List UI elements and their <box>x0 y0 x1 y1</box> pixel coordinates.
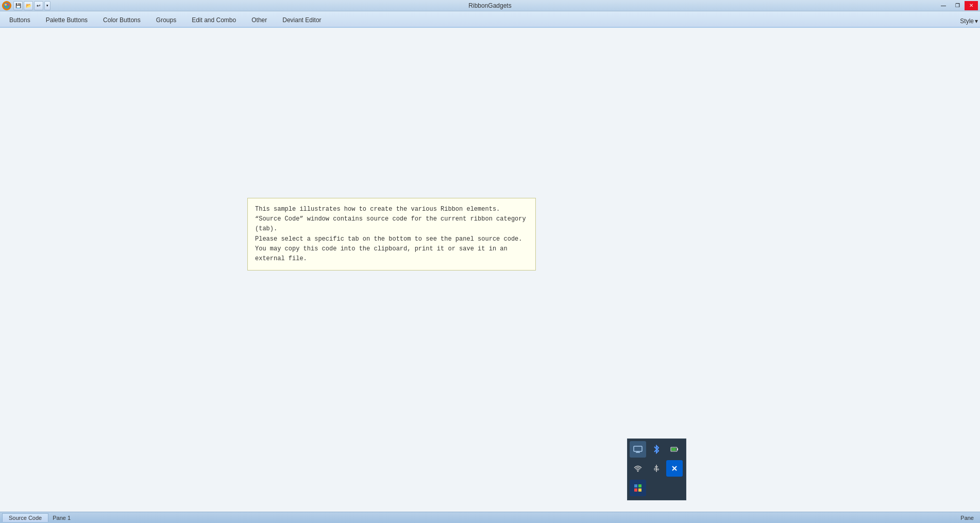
window-title: RibbonGadgets <box>468 2 511 9</box>
svg-rect-4 <box>634 446 642 451</box>
usb-icon[interactable] <box>648 460 665 477</box>
svg-point-3 <box>6 6 8 8</box>
svg-point-14 <box>657 469 658 470</box>
wifi-icon[interactable] <box>630 460 646 477</box>
svg-rect-20 <box>634 488 637 492</box>
battery-icon[interactable] <box>666 441 683 458</box>
tab-color-buttons[interactable]: Color Buttons <box>96 14 148 27</box>
system-tray <box>627 438 686 500</box>
qa-dropdown-icon[interactable]: ▾ <box>44 1 50 10</box>
tab-palette-buttons[interactable]: Palette Buttons <box>39 14 95 27</box>
svg-rect-21 <box>638 488 641 492</box>
pane-label: Pane 1 <box>53 515 71 521</box>
tab-edit-and-combo[interactable]: Edit and Combo <box>184 14 243 27</box>
svg-rect-18 <box>634 484 637 487</box>
tab-other[interactable]: Other <box>244 14 274 27</box>
start-icon[interactable] <box>630 480 646 496</box>
quick-access-toolbar: 💾 📂 ↩ ▾ <box>13 1 50 10</box>
main-content: This sample illustrates how to create th… <box>0 28 980 512</box>
svg-point-1 <box>5 4 7 6</box>
svg-rect-8 <box>677 448 678 450</box>
tab-deviant-editor[interactable]: Deviant Editor <box>275 14 328 27</box>
status-bar: Source Code Pane 1 Pane <box>0 512 980 523</box>
svg-rect-9 <box>671 448 676 451</box>
svg-rect-19 <box>638 484 641 487</box>
info-line-1: This sample illustrates how to create th… <box>255 205 528 214</box>
info-line-2: “Source Code” window contains source cod… <box>255 214 528 234</box>
app-icon <box>2 1 11 10</box>
svg-point-10 <box>637 470 639 472</box>
title-bar-left: 💾 📂 ↩ ▾ <box>2 1 50 10</box>
info-box: This sample illustrates how to create th… <box>247 198 536 271</box>
info-line-4: You may copy this code into the clipboar… <box>255 244 528 264</box>
svg-point-2 <box>7 4 9 6</box>
tab-groups[interactable]: Groups <box>149 14 183 27</box>
undo-qa-icon[interactable]: ↩ <box>34 1 43 10</box>
monitor-icon[interactable] <box>630 441 646 458</box>
info-line-3: Please select a specific tab on the bott… <box>255 234 528 244</box>
style-label: Style <box>960 18 974 25</box>
open-qa-icon[interactable]: 📂 <box>24 1 33 10</box>
style-button[interactable]: Style ▾ <box>960 18 978 25</box>
restore-button[interactable]: ❐ <box>951 1 964 10</box>
status-right-label: Pane <box>960 515 978 521</box>
ribbon-tab-bar: Buttons Palette Buttons Color Buttons Gr… <box>0 11 980 28</box>
title-bar: 💾 📂 ↩ ▾ RibbonGadgets — ❐ ✕ <box>0 0 980 11</box>
source-code-tab[interactable]: Source Code <box>2 513 48 522</box>
minimize-button[interactable]: — <box>937 1 950 10</box>
blue-square-icon[interactable] <box>666 460 683 477</box>
tab-buttons[interactable]: Buttons <box>2 14 38 27</box>
close-button[interactable]: ✕ <box>965 1 978 10</box>
window-controls: — ❐ ✕ <box>937 1 978 10</box>
save-qa-icon[interactable]: 💾 <box>13 1 23 10</box>
bluetooth-icon[interactable] <box>648 441 665 458</box>
style-dropdown-icon: ▾ <box>975 18 978 25</box>
ribbon-right: Style ▾ <box>960 18 978 25</box>
